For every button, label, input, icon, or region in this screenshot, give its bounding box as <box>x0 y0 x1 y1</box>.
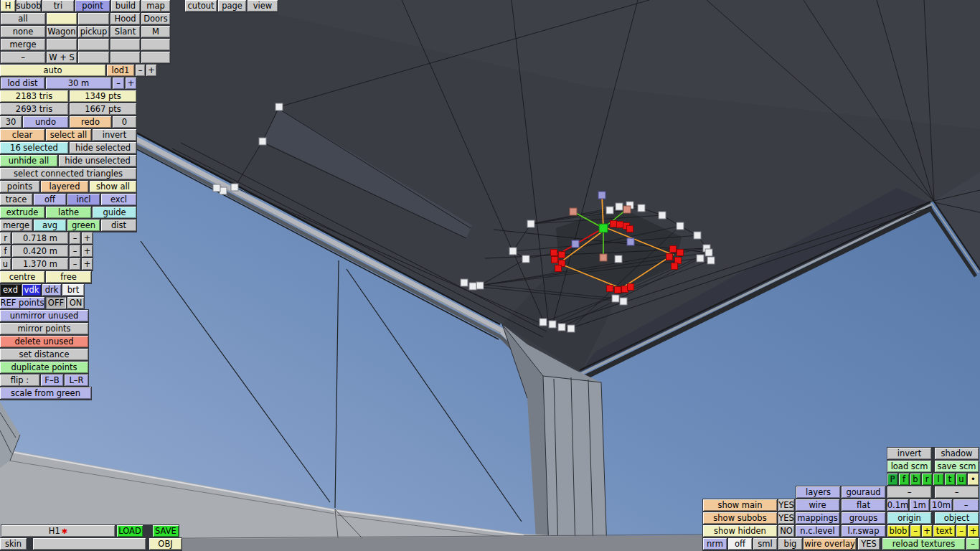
button-origin[interactable]: origin <box>887 512 931 524</box>
button-merge[interactable]: merge <box>1 39 45 50</box>
button-select-connected-triangles[interactable]: select connected triangles <box>0 168 136 179</box>
button-guide[interactable]: guide <box>93 207 136 218</box>
button-1349-pts[interactable]: 1349 pts <box>70 90 136 102</box>
button-incl[interactable]: incl <box>67 194 100 205</box>
vertex-handle[interactable] <box>612 295 619 302</box>
vertex-handle[interactable] <box>558 324 565 331</box>
button-cutout[interactable]: cutout <box>185 0 217 11</box>
button-lod-dist[interactable]: lod dist <box>1 77 44 89</box>
button-p[interactable]: P <box>887 474 897 485</box>
button-vdk[interactable]: vdk <box>22 284 41 296</box>
button-l[interactable]: l <box>933 474 943 485</box>
button-[interactable]: • <box>968 474 979 485</box>
button-green[interactable]: green <box>67 220 100 231</box>
button-layers[interactable]: layers <box>796 486 840 498</box>
button-save[interactable]: SAVE <box>153 525 179 537</box>
axis-vertex-handle[interactable] <box>598 192 606 199</box>
button-obj[interactable]: OBJ <box>149 538 182 550</box>
button-build[interactable]: build <box>111 0 140 11</box>
axis-vertex-handle[interactable] <box>572 240 579 248</box>
button-[interactable]: – <box>70 245 80 257</box>
vertex-handle[interactable] <box>540 319 547 326</box>
vertex-handle[interactable] <box>620 298 627 305</box>
button-u[interactable]: u <box>956 474 966 485</box>
button-layered[interactable]: layered <box>41 181 88 192</box>
button-30[interactable]: 30 <box>0 116 22 128</box>
vertex-handle[interactable] <box>694 232 701 239</box>
button-sml[interactable]: sml <box>753 538 777 550</box>
reference-vertex-handle[interactable] <box>570 208 577 215</box>
button-excl[interactable]: excl <box>101 194 136 205</box>
button-r[interactable]: r <box>922 474 932 485</box>
button-[interactable]: – <box>113 77 124 89</box>
button-dist[interactable]: dist <box>101 220 136 231</box>
button-show-main[interactable]: show main <box>703 499 777 511</box>
button-on[interactable]: ON <box>67 297 84 309</box>
button-hide-unselected[interactable]: hide unselected <box>59 155 136 166</box>
button-object[interactable]: object <box>935 512 979 524</box>
button-redo[interactable]: redo <box>70 116 111 128</box>
button-unhide-all[interactable]: unhide all <box>0 155 57 166</box>
button-point[interactable]: point <box>75 0 110 11</box>
button-scale-from-green[interactable]: scale from green <box>0 387 91 399</box>
button-clear[interactable]: clear <box>0 129 44 141</box>
button-1-370-m[interactable]: 1.370 m <box>12 258 68 270</box>
selected-vertex-handle[interactable] <box>615 287 621 293</box>
button-auto[interactable]: auto <box>0 65 105 76</box>
button-select-all[interactable]: select all <box>46 129 91 141</box>
button-load-scm[interactable]: load scm <box>887 461 931 472</box>
button-skin[interactable]: skin <box>0 538 27 550</box>
button-points[interactable]: points <box>0 181 39 192</box>
button-yes[interactable]: YES <box>858 538 880 550</box>
selected-vertex-handle[interactable] <box>607 286 613 292</box>
selected-vertex-handle[interactable] <box>672 263 678 270</box>
button-lod1[interactable]: lod1 <box>107 65 134 76</box>
button-30-m[interactable]: 30 m <box>46 77 111 89</box>
green-origin-handle[interactable] <box>599 224 608 232</box>
button-all[interactable]: all <box>1 13 45 24</box>
vertex-handle[interactable] <box>707 257 715 264</box>
button-lathe[interactable]: lathe <box>46 207 91 218</box>
button-[interactable]: – <box>70 258 80 270</box>
button-yes[interactable]: YES <box>778 512 794 524</box>
button-h1[interactable]: H1✱ <box>1 525 115 537</box>
vertex-handle[interactable] <box>231 184 238 191</box>
button-t[interactable]: t <box>945 474 955 485</box>
button-f[interactable]: f <box>0 245 11 257</box>
selected-vertex-handle[interactable] <box>677 250 684 256</box>
button-drk[interactable]: drk <box>42 284 61 296</box>
button-[interactable]: – <box>136 65 145 76</box>
button-[interactable]: – <box>910 525 920 537</box>
button-off[interactable]: off <box>728 538 752 550</box>
vertex-handle[interactable] <box>659 212 666 219</box>
button-l-r-swap[interactable]: l.r.swap <box>842 525 885 537</box>
button-flip[interactable]: flip : <box>0 375 39 386</box>
button-nrm[interactable]: nrm <box>703 538 727 550</box>
button-blob[interactable]: blob <box>887 525 909 537</box>
selected-vertex-handle[interactable] <box>559 252 565 258</box>
button-show-subobs[interactable]: show subobs <box>703 512 777 524</box>
button-doors[interactable]: Doors <box>141 13 170 24</box>
button-mirror-points[interactable]: mirror points <box>0 323 88 334</box>
button-0-1m[interactable]: 0.1m <box>887 499 908 511</box>
button-exd[interactable]: exd <box>0 284 21 296</box>
button-[interactable]: – <box>70 232 80 244</box>
button-m[interactable]: M <box>141 26 170 37</box>
button-[interactable]: – <box>887 486 931 498</box>
button-centre[interactable]: centre <box>0 271 44 283</box>
button-avg[interactable]: avg <box>34 220 66 231</box>
button-[interactable]: + <box>82 245 93 257</box>
reference-vertex-handle[interactable] <box>600 254 607 261</box>
button-hood[interactable]: Hood <box>110 13 140 24</box>
button-hide-selected[interactable]: hide selected <box>70 142 136 154</box>
button-undo[interactable]: undo <box>23 116 68 128</box>
button-pickup[interactable]: pickup <box>78 26 109 37</box>
button-h[interactable]: H <box>1 0 15 11</box>
button-[interactable]: – <box>966 538 979 550</box>
selected-vertex-handle[interactable] <box>666 254 673 260</box>
axis-vertex-handle[interactable] <box>627 238 634 245</box>
button-load[interactable]: LOAD <box>117 525 143 537</box>
vertex-handle[interactable] <box>705 249 712 256</box>
button-l-r[interactable]: L–R <box>65 375 88 386</box>
vertex-handle[interactable] <box>461 279 468 286</box>
